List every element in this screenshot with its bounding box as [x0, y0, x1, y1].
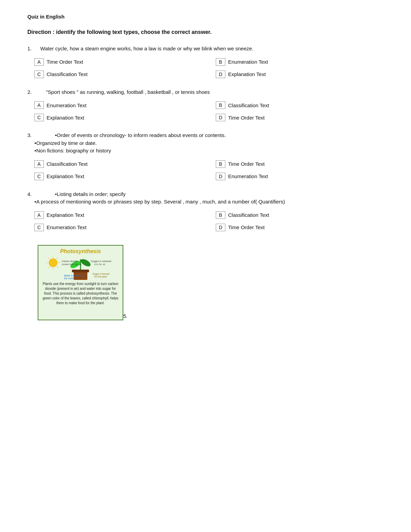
option-2-a[interactable]: A Enumeration Text — [34, 101, 202, 109]
option-4-d[interactable]: D Time Order Text — [216, 224, 384, 231]
option-3-b[interactable]: B Time Order Text — [216, 160, 384, 168]
question-2: 2. "Sport shoes " as running, walking, f… — [27, 88, 384, 122]
question-1-body: Water cycle, how a steam engine works, h… — [40, 46, 253, 51]
svg-text:into the air: into the air — [94, 263, 105, 265]
question-3-text: 3. •Order of events or chronology- to in… — [27, 132, 384, 155]
svg-line-5 — [48, 258, 49, 259]
question-1: 1. Water cycle, how a steam engine works… — [27, 45, 384, 78]
question-3-line2: •Organized by time or date. — [35, 139, 226, 147]
option-3-d[interactable]: D Enumeration Text — [216, 173, 384, 180]
question-2-body: "Sport shoes " as running, walking, foot… — [46, 89, 210, 95]
option-1-c[interactable]: C Classification Text — [34, 71, 202, 78]
option-2-letter-b: B — [216, 101, 225, 109]
photo-title: Photosynthesis — [60, 248, 101, 255]
option-letter-b: B — [216, 58, 225, 66]
svg-line-6 — [57, 267, 58, 268]
option-text-2-d: Time Order Text — [228, 115, 265, 121]
question-2-options: A Enumeration Text B Classification Text… — [34, 101, 384, 121]
svg-text:Water is drawn from: Water is drawn from — [64, 274, 86, 277]
option-text-3-d: Enumeration Text — [228, 173, 268, 179]
option-3-letter-a: A — [34, 160, 44, 168]
option-4-letter-a: A — [34, 211, 44, 219]
option-1-b[interactable]: B Enumeration Text — [216, 58, 384, 66]
svg-text:for the plant: for the plant — [94, 275, 107, 278]
question-4-text: 4. •Listing details in order; specify •A… — [27, 190, 384, 206]
question-1-options: A Time Order Text B Enumeration Text C C… — [34, 58, 384, 78]
direction-text: Direction : identify the following text … — [27, 29, 384, 35]
question-3-line3: •Non fictions: biography or history — [35, 147, 226, 155]
option-text-3-b: Time Order Text — [228, 161, 265, 167]
question-5-number: 5. — [123, 313, 128, 319]
question-3-number: 3. — [27, 132, 32, 155]
svg-text:comes from the air: comes from the air — [62, 263, 82, 265]
option-3-a[interactable]: A Classification Text — [34, 160, 202, 168]
question-4-options: A Explanation Text B Classification Text… — [34, 211, 384, 231]
option-4-a[interactable]: A Explanation Text — [34, 211, 202, 219]
svg-rect-10 — [72, 270, 89, 272]
svg-text:the roots: the roots — [64, 277, 74, 280]
option-3-letter-d: D — [216, 173, 225, 180]
option-text-1-a: Time Order Text — [47, 59, 83, 65]
option-text-4-a: Explanation Text — [47, 212, 84, 218]
question-4-number: 4. — [27, 190, 32, 206]
photosynthesis-image: Photosynthesis — [38, 245, 123, 320]
svg-text:Carbon dioxide: Carbon dioxide — [62, 260, 78, 262]
option-4-b[interactable]: B Classification Text — [216, 211, 384, 219]
svg-line-7 — [57, 258, 58, 259]
option-3-letter-b: B — [216, 160, 225, 168]
question-2-number: 2. — [27, 89, 32, 95]
option-text-3-a: Classification Text — [47, 161, 88, 167]
question-3: 3. •Order of events or chronology- to in… — [27, 132, 384, 180]
option-text-1-d: Explanation Text — [228, 71, 266, 77]
photo-body-text: Plants use the energy from sunlight to t… — [41, 282, 120, 306]
option-3-letter-c: C — [34, 173, 44, 180]
question-3-line1: •Order of events or chronology- to infor… — [55, 132, 226, 139]
option-2-b[interactable]: B Classification Text — [216, 101, 384, 109]
question-2-text: 2. "Sport shoes " as running, walking, f… — [27, 88, 384, 96]
svg-text:Oxygen is released: Oxygen is released — [91, 260, 111, 263]
question-4-line1: •Listing details in order; specify — [55, 190, 285, 198]
svg-point-0 — [49, 259, 57, 267]
option-2-c[interactable]: C Explanation Text — [34, 114, 202, 121]
question-4-line2: •A process of mentioning words or phrase… — [35, 198, 285, 206]
option-4-letter-d: D — [216, 224, 225, 231]
question-5: Photosynthesis — [27, 242, 384, 320]
option-4-c[interactable]: C Enumeration Text — [34, 224, 202, 231]
question-3-options: A Classification Text B Time Order Text … — [34, 160, 384, 180]
option-text-4-b: Classification Text — [228, 212, 269, 218]
option-text-3-c: Explanation Text — [47, 173, 84, 179]
option-text-1-c: Classification Text — [47, 71, 88, 77]
option-4-letter-b: B — [216, 211, 225, 219]
option-letter-c: C — [34, 71, 44, 78]
question-5-row: Photosynthesis — [27, 242, 384, 320]
option-1-d[interactable]: D Explanation Text — [216, 71, 384, 78]
option-2-letter-a: A — [34, 101, 44, 109]
option-text-2-c: Explanation Text — [47, 115, 84, 121]
option-2-letter-c: C — [34, 114, 44, 121]
option-text-1-b: Enumeration Text — [228, 59, 268, 65]
question-1-number: 1. — [27, 46, 32, 51]
option-1-a[interactable]: A Time Order Text — [34, 58, 202, 66]
svg-line-8 — [48, 267, 49, 268]
option-text-2-b: Classification Text — [228, 102, 269, 108]
page-title: Quiz in English — [27, 14, 384, 20]
svg-text:Sugar is formed: Sugar is formed — [92, 273, 110, 275]
option-3-c[interactable]: C Explanation Text — [34, 173, 202, 180]
option-letter-d: D — [216, 71, 225, 78]
option-text-2-a: Enumeration Text — [47, 102, 86, 108]
option-2-letter-d: D — [216, 114, 225, 121]
question-4: 4. •Listing details in order; specify •A… — [27, 190, 384, 231]
option-text-4-d: Time Order Text — [228, 224, 265, 230]
photo-diagram-svg: Carbon dioxide comes from the air Oxygen… — [43, 256, 118, 282]
question-1-text: 1. Water cycle, how a steam engine works… — [27, 45, 384, 53]
option-4-letter-c: C — [34, 224, 44, 231]
option-letter-a: A — [34, 58, 44, 66]
svg-point-13 — [79, 258, 92, 268]
option-2-d[interactable]: D Time Order Text — [216, 114, 384, 121]
option-text-4-c: Enumeration Text — [47, 224, 86, 230]
